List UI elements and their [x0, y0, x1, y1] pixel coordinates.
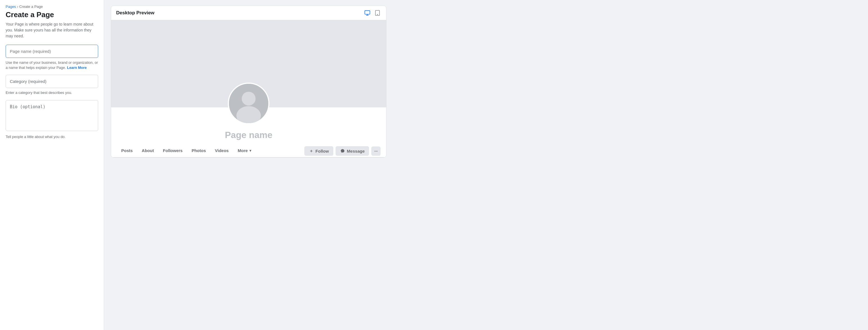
learn-more-link[interactable]: Learn More: [67, 65, 87, 70]
message-button[interactable]: Message: [336, 146, 369, 156]
bio-helper: Tell people a little about what you do.: [6, 134, 98, 139]
bio-textarea[interactable]: [6, 100, 98, 131]
category-group: [6, 75, 98, 88]
dots-icon: ···: [374, 149, 378, 154]
nav-tab-photos[interactable]: Photos: [187, 145, 210, 157]
preview-title: Desktop Preview: [116, 10, 154, 16]
follow-plus-icon: ＋: [309, 148, 314, 154]
nav-tab-followers[interactable]: Followers: [158, 145, 187, 157]
message-icon: [340, 148, 345, 154]
left-panel: Pages › Create a Page Create a Page Your…: [0, 0, 104, 330]
breadcrumb: Pages › Create a Page: [6, 4, 98, 9]
nav-tab-posts[interactable]: Posts: [117, 145, 137, 157]
right-panel: Desktop Preview: [104, 0, 868, 330]
preview-card: Desktop Preview: [111, 6, 386, 158]
breadcrumb-pages-link[interactable]: Pages: [6, 4, 16, 9]
desktop-view-icon[interactable]: [364, 9, 371, 16]
tablet-view-icon[interactable]: [374, 9, 381, 16]
bio-group: [6, 100, 98, 132]
nav-tab-more[interactable]: More ▾: [233, 145, 256, 157]
svg-point-6: [242, 92, 255, 105]
follow-button[interactable]: ＋ Follow: [304, 146, 334, 156]
more-chevron-icon: ▾: [249, 149, 251, 153]
svg-rect-0: [365, 11, 370, 14]
page-description: Your Page is where people go to learn mo…: [6, 21, 98, 39]
page-name-group: [6, 45, 98, 58]
breadcrumb-current: Create a Page: [19, 4, 43, 9]
category-input[interactable]: [6, 75, 98, 88]
category-helper: Enter a category that best describes you…: [6, 90, 98, 95]
profile-name: Page name: [111, 130, 386, 140]
page-name-input[interactable]: [6, 45, 98, 58]
page-title: Create a Page: [6, 10, 98, 19]
cover-area: [111, 20, 386, 107]
svg-point-4: [377, 14, 378, 15]
nav-tabs: Posts About Followers Photos Videos More…: [117, 145, 256, 157]
nav-tab-videos[interactable]: Videos: [210, 145, 233, 157]
nav-actions: ＋ Follow Message ···: [304, 146, 380, 156]
page-name-helper: Use the name of your business, brand or …: [6, 60, 98, 70]
preview-icon-group: [364, 9, 381, 16]
nav-area: Posts About Followers Photos Videos More…: [111, 145, 386, 157]
avatar-wrapper: [228, 82, 270, 124]
more-options-button[interactable]: ···: [371, 146, 380, 156]
preview-header: Desktop Preview: [111, 6, 386, 20]
nav-tab-about[interactable]: About: [137, 145, 158, 157]
avatar: [228, 82, 270, 124]
